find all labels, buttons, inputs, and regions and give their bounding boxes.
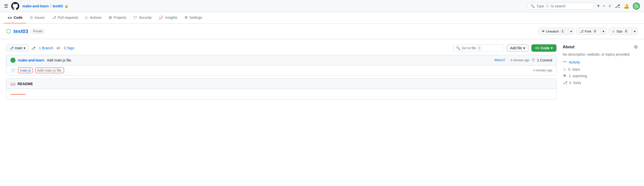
unwatch-count: 1 (560, 29, 565, 33)
go-to-file-search[interactable]: 🔍 Go to file t (453, 44, 504, 52)
book-icon: 📖 (10, 81, 15, 86)
file-name-link[interactable]: main.js (18, 68, 33, 73)
repo-header-actions: 👁 Unwatch 1 ▾ ⎇ Fork 0 ▾ ☆ Star 0 ▾ (538, 28, 638, 35)
repo-content: ⎇ main ▾ ⎇ 1 Branch 🏷 0 Tags 🔍 Go to fil… (6, 44, 557, 99)
github-logo[interactable] (11, 2, 19, 10)
readme-title: README (18, 82, 33, 86)
caret-icon[interactable]: ▾ (603, 4, 605, 8)
about-forks-item: ⎇ 0 forks (563, 80, 638, 85)
add-file-button[interactable]: Add file ▾ (507, 44, 528, 52)
private-badge: Private (31, 29, 45, 34)
hamburger-icon[interactable]: ☰ (4, 3, 8, 9)
tab-projects[interactable]: ⊞ Projects (105, 12, 130, 23)
star-button[interactable]: ☆ Star 0 (609, 28, 632, 35)
forks-label: forks (573, 81, 581, 85)
forks-icon: ⎇ (563, 80, 567, 85)
unwatch-caret[interactable]: ▾ (568, 28, 574, 35)
gear-icon[interactable]: ⚙ (634, 44, 638, 50)
search-shortcut-badge: / (546, 4, 549, 8)
star-count: 0 (624, 29, 629, 33)
file-time: 4 minutes ago (533, 69, 552, 72)
avatar-image (634, 3, 639, 9)
settings-icon: ⚙ (184, 15, 188, 20)
about-activity-item: 〜 Activity (563, 59, 638, 65)
readme-section: 📖 README (6, 79, 557, 99)
tab-pull-requests[interactable]: ⎇ Pull requests (48, 12, 82, 23)
search-bar[interactable]: 🔍 Type / to search (528, 3, 594, 9)
repo-logo: ⬡ (6, 28, 11, 35)
add-file-button-group: Add file ▾ (507, 44, 529, 52)
goto-shortcut-badge: t (478, 46, 481, 50)
about-stars-item: ☆ 0 stars (563, 67, 638, 72)
fork-icon: ⎇ (580, 29, 584, 33)
code-icon: <> (8, 16, 12, 20)
tab-insights[interactable]: 📈 Insights (155, 12, 181, 23)
commit-separator: · (507, 58, 508, 62)
file-icon: 📄 (10, 68, 15, 73)
readme-body (6, 89, 556, 99)
file-commit-message: Add main.js file. (35, 68, 64, 73)
star-icon: ☆ (612, 29, 615, 33)
commit-avatar (10, 58, 15, 63)
tag-icon: 🏷 (57, 46, 60, 50)
branch-info: ⎇ 1 Branch 🏷 0 Tags (31, 46, 74, 50)
code-caret-icon: ▾ (551, 46, 553, 50)
branch-toolbar: ⎇ main ▾ ⎇ 1 Branch 🏷 0 Tags 🔍 Go to fil… (6, 44, 557, 52)
stars-label: stars (572, 67, 580, 71)
branch-selector[interactable]: ⎇ main ▾ (6, 44, 29, 52)
bell-icon[interactable]: 🔔 (624, 3, 629, 9)
branch-count-link[interactable]: 1 Branch (39, 46, 53, 50)
search-text: Type (536, 4, 544, 8)
activity-icon: 〜 (563, 59, 567, 65)
goto-file-label: Go to file (462, 46, 476, 50)
branch-nav-icon[interactable]: ⎇ (615, 3, 620, 9)
avatar[interactable] (633, 3, 640, 10)
search-icon: 🔍 (530, 4, 535, 8)
branch-icon: ⎇ (9, 46, 13, 50)
about-header: About ⚙ (563, 44, 638, 50)
code-button[interactable]: <> Code ▾ (531, 44, 556, 52)
repo-link[interactable]: test03 (53, 4, 63, 8)
unwatch-button-group: 👁 Unwatch 1 ▾ (538, 28, 574, 35)
about-description: No description, website, or topics provi… (563, 52, 638, 56)
security-icon: 🛡 (133, 16, 137, 20)
code-bracket-icon: <> (535, 46, 539, 50)
plus-icon[interactable]: + (597, 3, 600, 9)
watching-label: watching (573, 74, 587, 78)
fork-count: 0 (593, 29, 598, 33)
stars-count: 0 (568, 67, 570, 71)
branch-caret-icon: ▾ (24, 46, 25, 50)
watching-icon: 👁 (563, 74, 567, 78)
commit-hash-link[interactable]: 9fd4c47 (494, 58, 505, 62)
repo-nav: <> Code ⊙ Issues ⎇ Pull requests ▷ Actio… (0, 12, 644, 24)
main-content: ⎇ main ▾ ⎇ 1 Branch 🏷 0 Tags 🔍 Go to fil… (0, 39, 644, 104)
commit-user-link[interactable]: make-and-learn (18, 58, 44, 62)
branch-icon-small: ⎇ (31, 46, 35, 50)
fork-button[interactable]: ⎇ Fork 0 (577, 28, 601, 35)
readme-header: 📖 README (6, 79, 556, 89)
circle-icon[interactable]: ○ (608, 3, 611, 9)
tag-count-link[interactable]: 0 Tags (64, 46, 74, 50)
readme-progress-bar (10, 94, 26, 95)
tab-settings[interactable]: ⚙ Settings (181, 12, 206, 23)
actions-icon: ▷ (85, 15, 88, 20)
file-table: make-and-learn Add main.js file. 9fd4c47… (6, 55, 557, 75)
unwatch-button[interactable]: 👁 Unwatch 1 (539, 28, 568, 35)
commit-count-link[interactable]: 1 Commit (537, 58, 552, 62)
tab-actions[interactable]: ▷ Actions (82, 12, 105, 23)
tab-issues[interactable]: ⊙ Issues (26, 12, 48, 23)
star-caret[interactable]: ▾ (632, 28, 638, 35)
org-link[interactable]: make-and-learn (22, 4, 49, 8)
tab-code[interactable]: <> Code (4, 12, 26, 23)
stars-icon: ☆ (563, 67, 566, 72)
fork-caret[interactable]: ▾ (600, 28, 606, 35)
repo-title[interactable]: test03 (13, 28, 28, 34)
tab-security[interactable]: 🛡 Security (130, 12, 155, 23)
breadcrumb: make-and-learn / test03 🔒 (22, 4, 68, 8)
commit-clock-icon: ⏱ (531, 58, 535, 62)
top-nav: ☰ make-and-learn / test03 🔒 🔍 Type / to … (0, 0, 644, 12)
about-section: About ⚙ No description, website, or topi… (563, 44, 638, 85)
repo-header: ⬡ test03 Private 👁 Unwatch 1 ▾ ⎇ Fork 0 … (0, 24, 644, 39)
activity-link[interactable]: Activity (569, 60, 580, 64)
about-title: About (563, 45, 574, 49)
